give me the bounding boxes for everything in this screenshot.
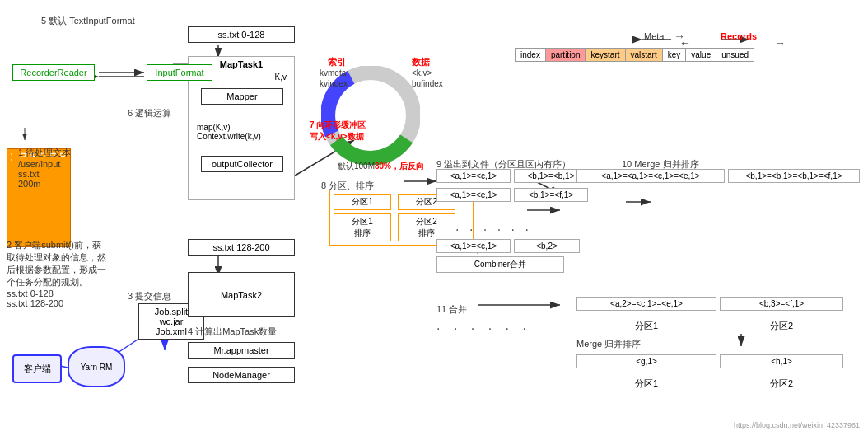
col-index: index bbox=[516, 49, 546, 61]
table-header: index partition keystart valstart key va… bbox=[515, 48, 754, 62]
col-unsued: unsued bbox=[716, 49, 754, 61]
merge-area-1: <a,1>=<a,1>=<c,1>=<e,1> <b,1>=<b,1>=<b,1… bbox=[576, 169, 860, 183]
combiner-b2: <b,2> bbox=[514, 239, 580, 253]
partition1-final: 分区1 bbox=[576, 377, 716, 390]
final-merge-area: <g,1> <h,1> bbox=[576, 354, 843, 368]
merge-a1e1: <a,1>=<a,1>=<c,1>=<e,1> bbox=[576, 169, 725, 183]
default100m-label: 默认100M bbox=[338, 161, 375, 172]
index-label: 索引 bbox=[328, 56, 346, 68]
right-arrow: → bbox=[774, 36, 786, 49]
col-value: value bbox=[686, 49, 716, 61]
dots2: · · · · · · bbox=[436, 321, 531, 336]
spill-b1f1: <b,1>=<f,1> bbox=[514, 188, 588, 202]
col-key: key bbox=[663, 49, 687, 61]
spill-area: <a,1>=<c,1> <b,1>=<b,1> <a,1>=<e,1> <b,1… bbox=[436, 169, 588, 202]
merge-area-2: <a,2>=<c,1>=<e,1> <b,3>=<f,1> bbox=[576, 297, 843, 311]
partition1-box: 分区1 bbox=[334, 194, 391, 210]
sstxt-128200-box: ss.txt 128-200 bbox=[188, 239, 295, 256]
step11-label: 11 合并 bbox=[436, 303, 467, 316]
records-label: Records bbox=[721, 31, 757, 41]
kvindex-label: kvindex bbox=[320, 79, 348, 88]
nodemanager-box: NodeManager bbox=[188, 367, 295, 383]
partition1-sort-box: 分区1排序 bbox=[334, 213, 391, 241]
merge-a2c1e1: <a,2>=<c,1>=<e,1> bbox=[576, 297, 716, 311]
url-text: https://blog.csdn.net/weixin_42337961 bbox=[734, 421, 860, 429]
step1-label: 1 待处理文本 /user/input ss.txt 200m bbox=[18, 147, 71, 189]
combiner-box: Combiner合并 bbox=[436, 256, 564, 273]
yarn-rm-cloud: Yarn RM bbox=[68, 346, 125, 387]
recorder-reader-box: RecorderReader bbox=[12, 64, 95, 81]
dots1: · · · · · · bbox=[455, 223, 532, 237]
final-h1: <h,1> bbox=[720, 354, 843, 368]
mapper-box: Mapper bbox=[201, 88, 283, 105]
partition1-label2: 分区1 bbox=[576, 320, 716, 332]
data-label: 数据 bbox=[412, 56, 430, 68]
sstxt-0128-box: ss.txt 0-128 bbox=[188, 26, 295, 43]
kvmeta-label: kvmeta bbox=[320, 68, 346, 77]
merge-b1f1: <b,1>=<b,1>=<b,1>=<f,1> bbox=[728, 169, 860, 183]
step6-label: 6 逻辑运算 bbox=[128, 107, 171, 120]
merge-b3f1: <b,3>=<f,1> bbox=[720, 297, 843, 311]
spill-a1c1: <a,1>=<c,1> bbox=[436, 169, 511, 183]
col-keystart: keystart bbox=[586, 49, 625, 61]
client-box: 客户端 bbox=[12, 354, 62, 383]
maptask2-box: MapTask2 bbox=[188, 272, 295, 317]
combiner-area: <a,1>=<c,1> <b,2> Combiner合并 bbox=[436, 239, 580, 273]
partition-labels-2: 分区1 分区2 bbox=[576, 320, 843, 332]
partition2-sort-box: 分区2排序 bbox=[398, 213, 455, 241]
step5-label: 5 默认 TextInputFormat bbox=[41, 15, 135, 27]
combiner-a1c1: <a,1>=<c,1> bbox=[436, 239, 511, 253]
partition2-final: 分区2 bbox=[720, 377, 843, 390]
meta-label: Meta bbox=[644, 31, 664, 41]
bufindex-label: bufindex bbox=[412, 79, 443, 88]
percent80-label: 80%，后反向 bbox=[375, 161, 424, 172]
step3-label: 3 提交信息 bbox=[128, 290, 171, 302]
map-function: map(K,v) Context.write(k,v) bbox=[197, 123, 294, 141]
right-arrow2: → bbox=[674, 30, 685, 43]
step4-label: 4 计算出MapTask数量 bbox=[188, 326, 277, 338]
spill-a1e1: <a,1>=<e,1> bbox=[436, 188, 511, 202]
input-format-box: InputFormat bbox=[147, 64, 212, 81]
col-valstart: valstart bbox=[626, 49, 663, 61]
step7-label: 7 向环形缓冲区 写入<k,v>数据 bbox=[310, 120, 376, 143]
partition2-label2: 分区2 bbox=[720, 320, 843, 332]
merge-sort-label: Merge 归并排序 bbox=[576, 338, 641, 350]
diagram-container: 5 默认 TextInputFormat ss.txt 0-128 MapTas… bbox=[0, 0, 868, 436]
output-collector-box: outputCollector bbox=[201, 156, 283, 172]
mrappmaster-box: Mr.appmaster bbox=[188, 342, 295, 359]
kv-data-label: <k,v> bbox=[412, 68, 432, 77]
final-g1: <g,1> bbox=[576, 354, 716, 368]
col-partition: partition bbox=[546, 49, 586, 61]
final-partition-labels: 分区1 分区2 bbox=[576, 377, 843, 390]
step2-label: 2 客户端submit()前，获 取待处理对象的信息，然 后根据参数配置，形成一… bbox=[7, 239, 130, 308]
